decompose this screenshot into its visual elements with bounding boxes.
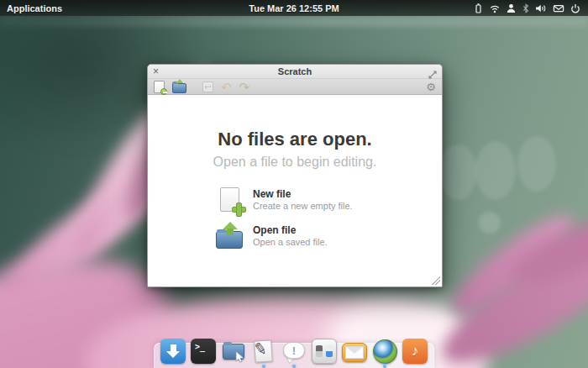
system-settings-icon — [312, 339, 337, 364]
bluetooth-icon[interactable] — [522, 3, 530, 14]
feedback-bubble-icon: ! — [281, 339, 307, 364]
wallpaper-bokeh — [475, 141, 516, 200]
wallpaper-bokeh — [479, 212, 501, 234]
window-title: Scratch — [278, 66, 312, 76]
close-button[interactable]: × — [153, 66, 159, 78]
undo-button[interactable]: ↶ — [221, 80, 232, 94]
desktop: Applications Tue Mar 26 12:55 PM × Scrat… — [0, 0, 588, 368]
dock-item-files[interactable] — [221, 339, 246, 364]
open-folder-icon — [215, 221, 244, 250]
dock-item-software-installer[interactable] — [160, 339, 186, 364]
undo-icon: ↶ — [221, 81, 232, 93]
wifi-icon[interactable] — [489, 3, 501, 14]
redo-button[interactable]: ↷ — [239, 80, 250, 94]
power-icon[interactable] — [570, 3, 581, 14]
software-installer-icon — [160, 339, 186, 364]
titlebar[interactable]: × Scratch — [148, 65, 442, 79]
option-description: Open a saved file. — [253, 237, 328, 247]
top-panel: Applications Tue Mar 26 12:55 PM — [0, 0, 588, 16]
dock-item-mail[interactable] — [342, 339, 367, 364]
dock-item-midori[interactable] — [372, 339, 397, 364]
revert-button[interactable]: ↩ — [202, 80, 213, 94]
option-title: Open file — [253, 224, 328, 236]
battery-icon[interactable] — [473, 3, 484, 14]
volume-icon[interactable] — [535, 3, 548, 14]
terminal-icon: >_ — [191, 339, 216, 364]
welcome-options: New file Create a new empty file. Open f… — [215, 185, 375, 250]
new-file-option[interactable]: New file Create a new empty file. — [215, 185, 375, 213]
toolbar: ↩ ↶ ↷ ⚙ — [148, 79, 442, 95]
scratch-window: × Scratch ↩ ↶ ↷ ⚙ No files are open. Ope… — [147, 64, 443, 287]
open-file-option[interactable]: Open file Open a saved file. — [215, 221, 375, 250]
user-accounts-icon[interactable] — [506, 3, 517, 14]
dock-item-terminal[interactable]: >_ — [191, 339, 216, 364]
option-description: Create a new empty file. — [253, 201, 353, 211]
option-title: New file — [253, 188, 353, 200]
scratch-editor-icon: ✎ — [251, 339, 276, 364]
redo-icon: ↷ — [239, 81, 250, 93]
music-icon: ♪ — [402, 339, 428, 364]
dock-item-system-settings[interactable] — [312, 339, 337, 364]
dock-item-scratch[interactable]: ✎ — [251, 339, 276, 364]
open-file-icon — [172, 83, 186, 93]
welcome-heading: No files are open. — [148, 95, 442, 150]
revert-icon: ↩ — [202, 81, 213, 92]
mail-icon — [342, 343, 367, 362]
wallpaper-bokeh — [517, 136, 556, 192]
wallpaper-highlight-band — [0, 16, 588, 27]
midori-browser-icon — [373, 339, 397, 364]
maximize-button[interactable] — [428, 67, 437, 82]
dock: >_ ✎ ! ♪ — [154, 339, 434, 368]
mail-indicator-icon[interactable] — [553, 3, 564, 14]
welcome-subheading: Open a file to begin editing. — [148, 155, 442, 170]
new-file-button[interactable] — [154, 80, 165, 94]
files-icon — [221, 339, 246, 364]
indicator-area — [473, 0, 585, 16]
dock-item-music[interactable]: ♪ — [402, 339, 428, 364]
wallpaper-bokeh — [438, 145, 477, 200]
resize-grip[interactable] — [432, 276, 440, 285]
dock-item-feedback[interactable]: ! — [281, 339, 307, 364]
new-file-icon — [215, 185, 244, 213]
new-file-icon — [154, 81, 165, 93]
open-file-button[interactable] — [172, 80, 186, 94]
welcome-view: No files are open. Open a file to begin … — [148, 95, 442, 287]
